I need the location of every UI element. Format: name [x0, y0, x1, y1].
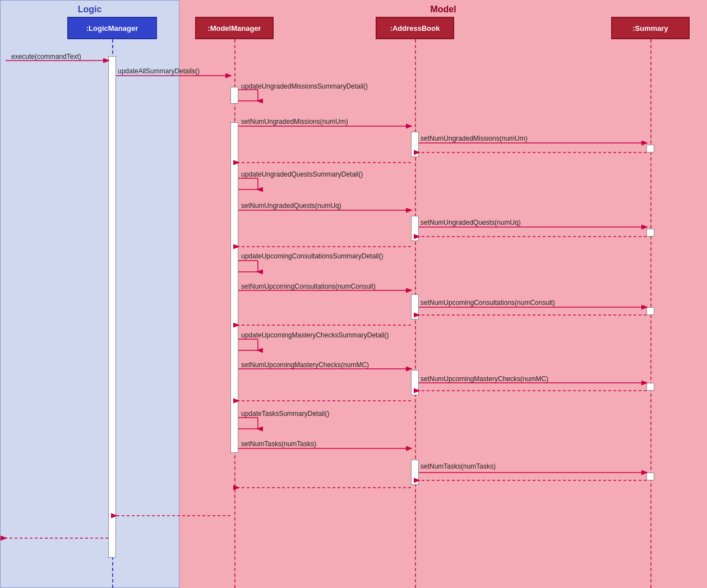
lifeline-box-address-book: :AddressBook: [376, 17, 454, 39]
msg-update-upcoming-mastery-checks: updateUpcomingMasteryChecksSummaryDetail…: [241, 331, 389, 339]
msg-set-num-ungraded-quests-1: setNumUngradedQuests(numUq): [241, 202, 341, 210]
msg-set-num-ungraded-quests-2: setNumUngradedQuests(numUq): [420, 219, 521, 226]
msg-update-upcoming-consultations: updateUpcomingConsultationsSummaryDetail…: [241, 252, 383, 260]
activation-s-1: [646, 145, 654, 152]
activation-mm-2: [230, 122, 238, 453]
activation-s-5: [646, 473, 654, 480]
msg-set-num-ungraded-missions-1: setNumUngradedMissions(numUm): [241, 118, 348, 126]
summary-label: :Summary: [632, 24, 668, 33]
activation-mm-1: [230, 87, 238, 104]
activation-ab-3: [411, 294, 419, 320]
msg-update-ungraded-missions: updateUngradedMissionsSummaryDetail(): [241, 82, 368, 90]
logic-manager-label: :LogicManager: [86, 24, 138, 33]
activation-s-4: [646, 383, 654, 391]
msg-set-num-upcoming-consultations-2: setNumUpcomingConsultations(numConsult): [420, 299, 555, 307]
msg-set-num-upcoming-consultations-1: setNumUpcomingConsultations(numConsult): [241, 283, 376, 290]
model-label-text: Model: [430, 4, 456, 14]
activation-ab-4: [411, 370, 419, 395]
region-label-logic: Logic: [0, 4, 179, 15]
address-book-label: :AddressBook: [390, 24, 440, 33]
activation-s-2: [646, 229, 654, 237]
logic-label-text: Logic: [78, 4, 102, 14]
lifeline-box-logic-manager: :LogicManager: [67, 17, 157, 39]
activation-ab-5: [411, 460, 419, 485]
model-manager-label: :ModelManager: [207, 24, 261, 33]
msg-set-num-tasks-1: setNumTasks(numTasks): [241, 440, 316, 448]
region-label-model: Model: [179, 4, 707, 15]
msg-execute: execute(commandText): [11, 53, 81, 61]
lifeline-box-model-manager: :ModelManager: [195, 17, 274, 39]
activation-ab-1: [411, 132, 419, 157]
msg-update-all-summary: updateAllSummaryDetails(): [118, 67, 200, 75]
activation-ab-2: [411, 216, 419, 241]
activation-logic-manager: [108, 56, 116, 558]
msg-set-num-upcoming-mastery-checks-2: setNumUpcomingMasteryChecks(numMC): [420, 375, 548, 383]
region-logic: [0, 0, 179, 588]
activation-s-3: [646, 307, 654, 315]
msg-update-tasks: updateTasksSummaryDetail(): [241, 410, 329, 418]
msg-set-num-tasks-2: setNumTasks(numTasks): [420, 462, 496, 470]
lifeline-box-summary: :Summary: [611, 17, 690, 39]
msg-update-ungraded-quests: updateUngradedQuestsSummaryDetail(): [241, 170, 363, 178]
msg-set-num-upcoming-mastery-checks-1: setNumUpcomingMasteryChecks(numMC): [241, 361, 369, 369]
msg-set-num-ungraded-missions-2: setNumUngradedMissions(numUm): [420, 135, 528, 142]
